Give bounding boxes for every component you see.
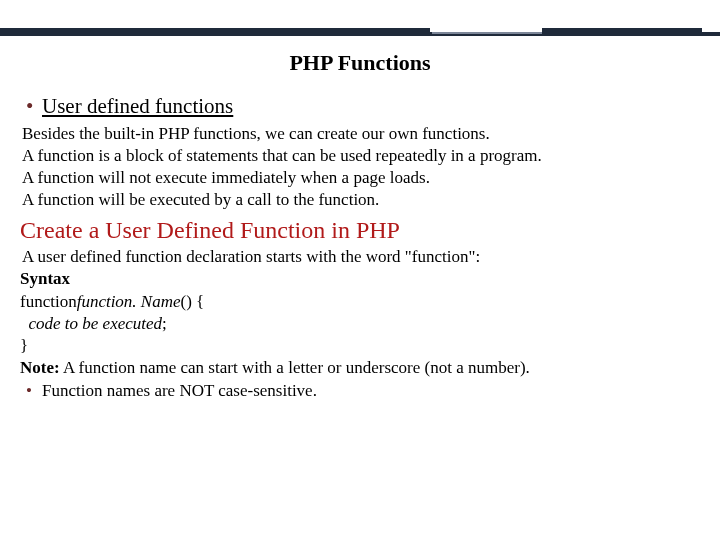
syntax-semicolon: ; <box>162 314 167 333</box>
intro-line-1: Besides the built-in PHP functions, we c… <box>22 123 700 145</box>
intro-line-3: A function will not execute immediately … <box>22 167 700 189</box>
note-line: Note: A function name can start with a l… <box>20 357 700 379</box>
bullet-dot-icon: • <box>26 381 42 401</box>
note-label: Note: <box>20 358 60 377</box>
accent-bar-right <box>542 28 702 36</box>
note-text: A function name can start with a letter … <box>60 358 530 377</box>
accent-bar-gap <box>432 32 542 34</box>
syntax-line-1: functionfunction. Name() { <box>20 291 700 313</box>
intro-line-2: A function is a block of statements that… <box>22 145 700 167</box>
syntax-keyword: function <box>20 292 77 311</box>
syntax-function-name: function. Name <box>77 292 181 311</box>
slide-content: •User defined functions Besides the buil… <box>0 76 720 401</box>
top-accent-bar <box>0 0 720 36</box>
bullet-user-defined-text: User defined functions <box>42 94 233 118</box>
syntax-line-2: code to be executed; <box>20 313 700 335</box>
paragraph-intro: Besides the built-in PHP functions, we c… <box>22 123 700 211</box>
syntax-parens-brace: () { <box>181 292 205 311</box>
heading-create-function: Create a User Defined Function in PHP <box>20 217 700 244</box>
syntax-body-text: code to be executed <box>29 314 163 333</box>
intro-line-4: A function will be executed by a call to… <box>22 189 700 211</box>
bullet-dot-icon: • <box>26 94 42 119</box>
bullet-case-sensitive-text: Function names are NOT case-sensitive. <box>42 381 317 400</box>
bullet-user-defined: •User defined functions <box>26 94 700 119</box>
paragraph-declaration: A user defined function declaration star… <box>22 246 700 268</box>
syntax-label: Syntax <box>20 268 700 290</box>
slide-title: PHP Functions <box>0 50 720 76</box>
accent-bar-left <box>0 28 430 36</box>
bullet-case-sensitive: •Function names are NOT case-sensitive. <box>26 381 700 401</box>
syntax-line-3: } <box>20 335 700 357</box>
